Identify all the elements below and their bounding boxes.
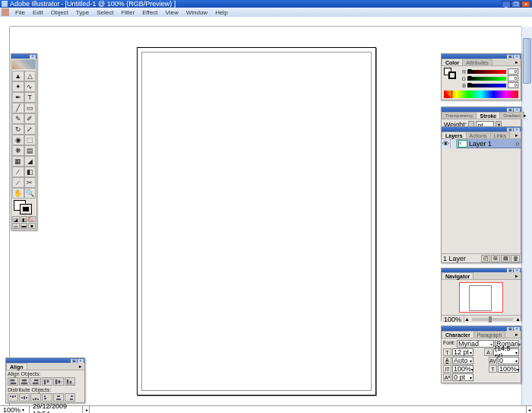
- menu-window[interactable]: Window: [182, 9, 211, 16]
- make-clipping-mask[interactable]: ◰: [481, 255, 490, 262]
- menu-view[interactable]: View: [161, 9, 182, 16]
- zoom-in[interactable]: ▲: [515, 316, 521, 322]
- delete-layer[interactable]: 🗑: [511, 255, 520, 262]
- panel-collapse[interactable]: ▣: [507, 128, 513, 132]
- gradient-mode-btn[interactable]: ◧: [21, 216, 28, 222]
- hscroll-left[interactable]: ◂: [527, 407, 532, 412]
- panel-close[interactable]: ×: [514, 128, 520, 132]
- lock-toggle[interactable]: [451, 139, 457, 148]
- color-spectrum[interactable]: [444, 91, 518, 98]
- layer-name[interactable]: Layer 1: [469, 140, 515, 148]
- warp-tool[interactable]: ◉: [12, 135, 24, 145]
- align-top[interactable]: [42, 377, 52, 386]
- panel-collapse[interactable]: ▣: [71, 359, 77, 363]
- symbol-sprayer-tool[interactable]: ❋: [12, 145, 24, 156]
- tab-transparency[interactable]: Transparency: [442, 112, 477, 119]
- panel-menu[interactable]: ▸: [513, 273, 521, 279]
- stroke-swatch[interactable]: [20, 204, 32, 214]
- new-layer[interactable]: ▤: [501, 255, 510, 262]
- red-value[interactable]: 0: [508, 68, 518, 75]
- layer-row[interactable]: 👁 Layer 1 ○: [442, 139, 521, 148]
- leading-input[interactable]: (14.5 pt)▾: [493, 348, 519, 356]
- scrollbar-thumb[interactable]: [523, 38, 531, 84]
- panel-menu[interactable]: ▸: [524, 113, 527, 119]
- align-bottom[interactable]: [65, 377, 75, 386]
- color-mode-btn[interactable]: ◪: [12, 216, 20, 222]
- panel-close[interactable]: ×: [514, 327, 520, 331]
- menu-effect[interactable]: Effect: [138, 9, 161, 16]
- slice-tool[interactable]: ⟋: [12, 177, 24, 188]
- close-button[interactable]: ×: [521, 1, 530, 8]
- color-fill-stroke[interactable]: [444, 68, 458, 80]
- hand-tool[interactable]: ✋: [12, 188, 24, 199]
- distribute-bottom[interactable]: [30, 393, 41, 402]
- gradient-tool[interactable]: ◢: [24, 156, 36, 167]
- vertical-scrollbar[interactable]: [521, 27, 532, 405]
- menu-edit[interactable]: Edit: [29, 9, 47, 16]
- tab-links[interactable]: Links: [490, 132, 510, 138]
- scale-tool[interactable]: ⤢: [24, 124, 36, 135]
- visibility-toggle[interactable]: 👁: [442, 139, 451, 148]
- fill-stroke-well[interactable]: [12, 200, 36, 215]
- green-value[interactable]: 0: [508, 75, 518, 81]
- navigator-thumbnail[interactable]: [459, 282, 503, 313]
- blue-value[interactable]: 0: [508, 82, 518, 88]
- zoom-out[interactable]: ▲: [464, 316, 470, 322]
- screen-full-menu[interactable]: ▬: [21, 223, 28, 229]
- red-slider[interactable]: [467, 70, 506, 74]
- scissors-tool[interactable]: ✂: [24, 177, 36, 188]
- zoom-tool[interactable]: 🔍: [24, 188, 36, 199]
- graph-tool[interactable]: ▤: [24, 145, 36, 156]
- menu-object[interactable]: Object: [47, 9, 72, 16]
- distribute-right[interactable]: [65, 393, 75, 402]
- magic-wand-tool[interactable]: ✦: [12, 81, 24, 92]
- panel-menu[interactable]: ▸: [513, 59, 521, 65]
- mesh-tool[interactable]: ▦: [12, 156, 24, 167]
- lasso-tool[interactable]: ∿: [24, 81, 36, 92]
- tab-actions[interactable]: Actions: [466, 132, 491, 138]
- panel-close[interactable]: ×: [514, 108, 520, 112]
- navigator-zoom[interactable]: 100%: [442, 316, 464, 323]
- paintbrush-tool[interactable]: ✎: [12, 113, 24, 124]
- zoom-slider[interactable]: [472, 318, 513, 321]
- tracking-input[interactable]: 0▾: [498, 357, 519, 364]
- type-tool[interactable]: T: [24, 92, 36, 103]
- baseline-input[interactable]: 0 pt▾: [452, 373, 473, 381]
- layer-thumbnail[interactable]: [458, 140, 467, 148]
- menu-help[interactable]: Help: [211, 9, 231, 16]
- panel-collapse[interactable]: ▣: [507, 108, 513, 112]
- screen-standard[interactable]: ▭: [12, 223, 20, 229]
- tab-layers[interactable]: Layers: [442, 132, 467, 138]
- rotate-tool[interactable]: ↻: [12, 124, 24, 135]
- eyedropper-tool[interactable]: ⁄: [12, 167, 24, 177]
- distribute-left[interactable]: [42, 393, 52, 402]
- align-hcenter[interactable]: [19, 377, 30, 386]
- menu-filter[interactable]: Filter: [117, 9, 138, 16]
- panel-menu[interactable]: ▸: [77, 364, 84, 370]
- navigator-view[interactable]: [442, 280, 521, 315]
- selection-tool[interactable]: ▲: [12, 71, 24, 81]
- tab-color[interactable]: Color: [442, 59, 463, 65]
- font-size-input[interactable]: 12 pt▾: [452, 348, 473, 356]
- status-zoom[interactable]: 100%▾: [0, 406, 30, 413]
- tab-stroke[interactable]: Stroke: [476, 112, 500, 119]
- blend-tool[interactable]: ◧: [24, 167, 36, 177]
- screen-full[interactable]: ■: [28, 223, 36, 229]
- tab-paragraph[interactable]: Paragraph: [473, 331, 506, 338]
- distribute-hcenter[interactable]: [53, 393, 64, 402]
- create-sublayer[interactable]: ⊞: [491, 255, 500, 262]
- menu-select[interactable]: Select: [93, 9, 117, 16]
- blue-slider[interactable]: [467, 84, 506, 87]
- line-tool[interactable]: ╱: [12, 103, 24, 113]
- distribute-vcenter[interactable]: [19, 393, 30, 402]
- panel-close[interactable]: ×: [78, 359, 84, 363]
- align-right[interactable]: [30, 377, 41, 386]
- free-transform-tool[interactable]: ⬚: [24, 135, 36, 145]
- panel-collapse[interactable]: ▣: [507, 55, 513, 59]
- direct-selection-tool[interactable]: △: [24, 71, 36, 81]
- hscale-input[interactable]: 100%▾: [498, 365, 519, 373]
- pen-tool[interactable]: ✒: [12, 92, 24, 103]
- menu-type[interactable]: Type: [72, 9, 93, 16]
- tab-align[interactable]: Align: [6, 363, 27, 370]
- minimize-button[interactable]: _: [502, 1, 511, 8]
